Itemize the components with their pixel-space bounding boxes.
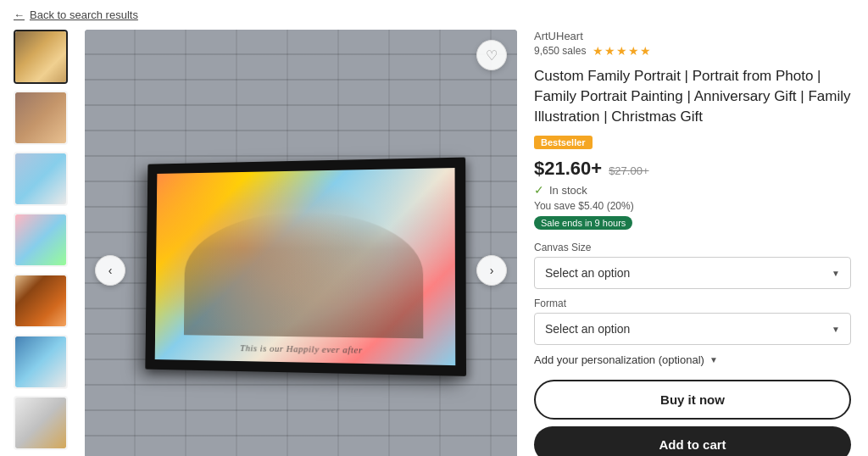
bestseller-badge: Bestseller — [534, 136, 593, 149]
canvas-size-arrow-icon: ▼ — [832, 269, 840, 278]
thumbnail-5[interactable] — [14, 274, 68, 328]
main-image-area: This is our Happily ever after ‹ › ♡ — [85, 30, 517, 456]
back-link-label: Back to search results — [30, 8, 138, 21]
thumbnail-5-image — [15, 275, 66, 326]
thumbnail-4-image — [15, 214, 66, 265]
thumbnail-3[interactable] — [14, 152, 68, 206]
thumbnail-6-image — [15, 336, 66, 387]
canvas-size-label: Canvas Size — [534, 242, 851, 253]
personalization-label: Add your personalization (optional) — [534, 353, 704, 366]
thumbnail-2[interactable] — [14, 91, 68, 145]
check-icon: ✓ — [534, 183, 544, 197]
buy-now-button[interactable]: Buy it now — [534, 380, 851, 420]
image-next-button[interactable]: › — [476, 255, 507, 286]
left-arrow-icon: ‹ — [108, 264, 113, 277]
framed-painting: This is our Happily ever after — [145, 158, 466, 376]
personalization-row[interactable]: Add your personalization (optional) ▼ — [534, 353, 851, 366]
price-current: $21.60+ — [534, 158, 602, 180]
in-stock-row: ✓ In stock — [534, 183, 851, 197]
thumbnail-4[interactable] — [14, 213, 68, 267]
thumbnail-7-image — [15, 398, 66, 448]
price-row: $21.60+ $27.00+ — [534, 158, 851, 180]
image-prev-button[interactable]: ‹ — [95, 255, 125, 286]
page-wrapper: ← Back to search results — [0, 0, 868, 456]
painting-inner: This is our Happily ever after — [155, 168, 456, 365]
canvas-size-dropdown[interactable]: Select an option ▼ — [534, 257, 851, 289]
thumbnail-1[interactable] — [14, 30, 68, 84]
thumbnail-6[interactable] — [14, 335, 68, 389]
format-dropdown[interactable]: Select an option ▼ — [534, 313, 851, 345]
sales-count: 9,650 sales — [534, 45, 586, 57]
canvas-size-field: Canvas Size Select an option ▼ — [534, 242, 851, 289]
main-image-canvas: This is our Happily ever after — [85, 30, 517, 456]
product-info-panel: ArtUHeart 9,650 sales ★★★★★ Custom Famil… — [531, 30, 854, 456]
format-field: Format Select an option ▼ — [534, 298, 851, 345]
painting-people-silhouette — [184, 211, 424, 339]
in-stock-label: In stock — [549, 184, 587, 197]
format-label: Format — [534, 298, 851, 309]
add-to-cart-button[interactable]: Add to cart — [534, 426, 851, 456]
thumbnail-3-image — [15, 153, 66, 204]
right-arrow-icon: › — [490, 264, 494, 277]
format-arrow-icon: ▼ — [832, 325, 840, 334]
sale-badge: Sale ends in 9 hours — [534, 216, 632, 230]
main-content: This is our Happily ever after ‹ › ♡ Art… — [0, 30, 868, 456]
thumbnail-1-image — [15, 31, 66, 82]
seller-stats: 9,650 sales ★★★★★ — [534, 44, 851, 58]
seller-name[interactable]: ArtUHeart — [534, 30, 851, 42]
back-to-search-link[interactable]: ← Back to search results — [0, 0, 868, 30]
format-value: Select an option — [545, 322, 630, 336]
personalization-expand-icon: ▼ — [709, 355, 718, 364]
thumbnail-2-image — [15, 92, 66, 143]
canvas-size-value: Select an option — [545, 266, 630, 280]
thumbnail-sidebar — [14, 30, 71, 456]
thumbnail-7[interactable] — [14, 396, 68, 450]
back-arrow-icon: ← — [14, 8, 25, 21]
price-original: $27.00+ — [609, 164, 648, 177]
product-title: Custom Family Portrait | Portrait from P… — [534, 66, 851, 126]
savings-text: You save $5.40 (20%) — [534, 200, 851, 212]
favorite-button[interactable]: ♡ — [476, 40, 507, 70]
star-rating: ★★★★★ — [593, 44, 652, 58]
heart-icon: ♡ — [486, 47, 498, 64]
